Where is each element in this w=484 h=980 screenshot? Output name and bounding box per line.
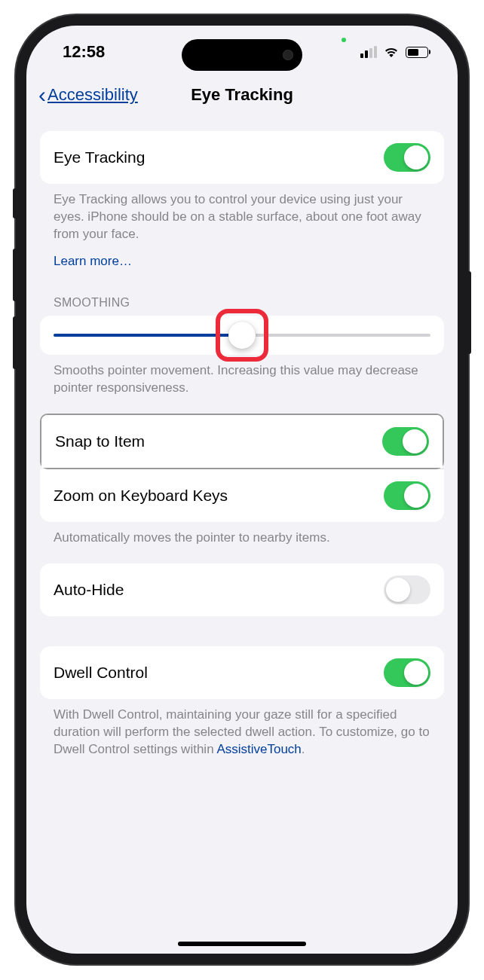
dwell-footer-post: . — [302, 742, 305, 756]
eye-tracking-label: Eye Tracking — [54, 148, 145, 166]
power-button — [467, 271, 471, 354]
back-label: Accessibility — [47, 85, 138, 105]
dwell-control-row[interactable]: Dwell Control — [40, 646, 444, 699]
screen: 12:58 ‹ Accessibility Eye Tracking — [26, 26, 458, 954]
snap-to-item-row[interactable]: Snap to Item — [41, 415, 443, 468]
camera-indicator-icon — [342, 38, 346, 42]
eye-tracking-card: Eye Tracking — [40, 131, 444, 184]
auto-hide-toggle[interactable] — [384, 575, 430, 604]
snap-to-item-toggle[interactable] — [382, 427, 429, 456]
home-indicator[interactable] — [178, 942, 306, 946]
smoothing-slider[interactable] — [54, 334, 430, 337]
dwell-card: Dwell Control — [40, 646, 444, 699]
zoom-card: Zoom on Keyboard Keys — [40, 469, 444, 522]
cellular-signal-icon — [360, 46, 377, 58]
smoothing-header: SMOOTHING — [40, 269, 444, 316]
assistive-touch-link[interactable]: AssistiveTouch — [216, 742, 301, 756]
back-button[interactable]: ‹ Accessibility — [38, 84, 138, 106]
eye-tracking-row[interactable]: Eye Tracking — [40, 131, 444, 184]
status-right — [360, 46, 430, 58]
snap-to-item-label: Snap to Item — [55, 432, 145, 450]
dwell-control-toggle[interactable] — [384, 658, 430, 687]
status-time: 12:58 — [63, 42, 105, 62]
dynamic-island — [182, 39, 302, 71]
auto-hide-card: Auto-Hide — [40, 563, 444, 616]
auto-hide-label: Auto-Hide — [54, 581, 124, 599]
volume-down-button — [13, 316, 17, 369]
smoothing-footer: Smooths pointer movement. Increasing thi… — [40, 355, 444, 397]
dwell-control-label: Dwell Control — [54, 664, 148, 682]
eye-tracking-footer: Eye Tracking allows you to control your … — [40, 184, 444, 243]
snap-footer: Automatically moves the pointer to nearb… — [40, 522, 444, 547]
dwell-footer: With Dwell Control, maintaining your gaz… — [40, 699, 444, 759]
annotation-highlight-gray: Snap to Item — [40, 414, 444, 469]
zoom-keyboard-row[interactable]: Zoom on Keyboard Keys — [40, 469, 444, 522]
side-button — [13, 188, 17, 218]
page-title: Eye Tracking — [191, 85, 293, 105]
navigation-bar: ‹ Accessibility Eye Tracking — [26, 78, 458, 118]
wifi-icon — [383, 46, 400, 58]
chevron-left-icon: ‹ — [38, 84, 46, 106]
content: Eye Tracking Eye Tracking allows you to … — [26, 118, 458, 758]
eye-tracking-toggle[interactable] — [384, 143, 430, 172]
zoom-keyboard-label: Zoom on Keyboard Keys — [54, 487, 228, 505]
front-camera-icon — [283, 50, 293, 60]
zoom-keyboard-toggle[interactable] — [384, 481, 430, 510]
volume-up-button — [13, 249, 17, 301]
learn-more-link[interactable]: Learn more… — [40, 243, 146, 269]
phone-frame: 12:58 ‹ Accessibility Eye Tracking — [16, 15, 468, 964]
battery-icon — [406, 47, 430, 58]
smoothing-slider-card — [40, 316, 444, 355]
slider-thumb[interactable] — [228, 322, 256, 349]
auto-hide-row[interactable]: Auto-Hide — [40, 563, 444, 616]
